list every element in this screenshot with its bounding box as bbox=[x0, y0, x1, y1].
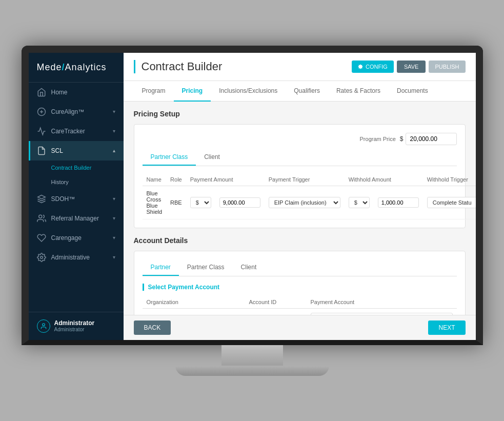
chevron-down-icon: ▾ bbox=[113, 196, 115, 202]
payment-trigger-select[interactable]: EIP Claim (inclusion) bbox=[269, 197, 340, 208]
payment-account-row: Atlanta Health Management - Select Payme… bbox=[143, 308, 457, 315]
save-button[interactable]: SAVE bbox=[397, 61, 426, 73]
sidebar-item-referral[interactable]: Referral Manager ▾ bbox=[29, 209, 124, 228]
top-tabs: Program Pricing Inclusions/Exclusions Qu… bbox=[124, 81, 476, 102]
file-icon bbox=[37, 146, 46, 155]
sidebar-sub-item-contract-builder[interactable]: Contract Builder bbox=[29, 161, 124, 175]
svg-point-5 bbox=[40, 256, 43, 258]
tab-inclusions[interactable]: Inclusions/Exclusions bbox=[211, 81, 286, 102]
tab-rates[interactable]: Rates & Factors bbox=[328, 81, 389, 102]
svg-point-4 bbox=[38, 215, 42, 218]
monitor-stand-base bbox=[175, 366, 329, 376]
avatar bbox=[37, 319, 50, 333]
chevron-down-icon: ▾ bbox=[113, 109, 115, 114]
payment-col-account: Payment Account bbox=[307, 296, 457, 309]
sidebar-item-admin[interactable]: Administrative ▾ bbox=[29, 248, 124, 267]
tab-pricing[interactable]: Pricing bbox=[174, 81, 211, 102]
sidebar-item-label: SCL bbox=[51, 147, 63, 154]
col-payment-amount: Payment Amount bbox=[186, 173, 265, 186]
payment-org-cell: Atlanta Health Management bbox=[143, 308, 245, 315]
sidebar-item-curealign[interactable]: CureAlign™ ▾ bbox=[29, 102, 124, 122]
tab-documents[interactable]: Documents bbox=[389, 81, 436, 102]
account-details-title: Account Details bbox=[134, 236, 466, 245]
cell-payment-trigger: EIP Claim (inclusion) bbox=[265, 186, 345, 219]
svg-marker-3 bbox=[37, 195, 45, 199]
user-info: Administrator Administrator bbox=[54, 319, 95, 332]
payment-id-cell: - bbox=[245, 308, 307, 315]
header-actions: CONFIG SAVE PUBLISH bbox=[352, 61, 465, 73]
back-button[interactable]: BACK bbox=[134, 320, 171, 335]
withhold-trigger-select[interactable]: Complete Status bbox=[427, 197, 476, 208]
sidebar-sub-item-history[interactable]: History bbox=[29, 175, 124, 189]
sidebar-item-label: Administrative bbox=[51, 254, 90, 261]
content-footer: BACK NEXT bbox=[124, 315, 476, 340]
col-role: Role bbox=[166, 173, 186, 186]
program-price-group: $ bbox=[400, 133, 457, 145]
tab-qualifiers[interactable]: Qualifiers bbox=[286, 81, 328, 102]
sidebar-item-home[interactable]: Home bbox=[29, 83, 124, 102]
users-icon bbox=[37, 214, 46, 223]
chevron-down-icon: ▾ bbox=[113, 128, 115, 134]
layers-icon bbox=[37, 194, 46, 204]
sidebar-footer: Administrator Administrator bbox=[29, 312, 124, 340]
tab-program[interactable]: Program bbox=[134, 81, 174, 102]
pricing-table-row: Blue Cross Blue Shield RBE $ bbox=[143, 186, 476, 219]
cell-withhold-currency: $ bbox=[345, 186, 374, 219]
col-payment-trigger: Payment Trigger bbox=[265, 173, 345, 186]
heart-icon bbox=[37, 233, 46, 243]
chevron-up-icon: ▴ bbox=[113, 148, 115, 153]
payment-account-cell: Select Payment Account bbox=[307, 308, 457, 315]
account-tab-client[interactable]: Client bbox=[233, 259, 265, 276]
account-tab-partner[interactable]: Partner bbox=[143, 259, 179, 276]
payment-currency-select[interactable]: $ bbox=[190, 197, 211, 208]
chevron-down-icon: ▾ bbox=[113, 215, 115, 221]
col-name: Name bbox=[143, 173, 167, 186]
sidebar-item-caretracker[interactable]: CareTracker ▾ bbox=[29, 122, 124, 141]
withhold-amount-input[interactable] bbox=[378, 197, 419, 208]
publish-button[interactable]: PUBLISH bbox=[429, 61, 465, 73]
logo: Mede/Analytics bbox=[29, 53, 124, 83]
pricing-setup-card: Program Price $ Partner Class bbox=[134, 124, 466, 228]
account-details-card: Partner Partner Class Client Select Paym… bbox=[134, 251, 466, 315]
program-price-label: Program Price bbox=[360, 136, 396, 142]
payment-col-id: Account ID bbox=[245, 296, 307, 309]
next-button[interactable]: NEXT bbox=[428, 320, 465, 335]
main-content: Contract Builder CONFIG SAVE PUBLISH bbox=[124, 53, 476, 340]
cell-payment-amount bbox=[215, 186, 265, 219]
section-divider bbox=[29, 141, 30, 161]
sidebar: Mede/Analytics Home bbox=[29, 53, 124, 340]
col-withhold-trigger: Withhold Trigger bbox=[423, 173, 476, 186]
pricing-setup-title: Pricing Setup bbox=[134, 110, 466, 118]
account-inner-tabs: Partner Partner Class Client bbox=[143, 259, 457, 276]
sidebar-item-scl[interactable]: SCL ▴ bbox=[29, 141, 124, 161]
pricing-table: Name Role Payment Amount Payment Trigger… bbox=[143, 173, 476, 219]
withhold-currency-select[interactable]: $ bbox=[349, 197, 370, 208]
logo-text: Mede/Analytics bbox=[37, 62, 107, 73]
sidebar-item-label: CureAlign™ bbox=[51, 108, 85, 115]
config-icon bbox=[358, 64, 363, 69]
cell-withhold-amount bbox=[374, 186, 423, 219]
payment-account-table: Organization Account ID Payment Account … bbox=[143, 296, 457, 315]
payment-amount-input[interactable] bbox=[219, 197, 260, 208]
sidebar-item-label: CareTracker bbox=[51, 128, 85, 135]
pricing-inner-tabs: Partner Class Client bbox=[143, 149, 457, 166]
cell-name: Blue Cross Blue Shield bbox=[143, 186, 167, 219]
payment-col-org: Organization bbox=[143, 296, 245, 309]
monitor-stand-neck bbox=[221, 345, 283, 366]
program-price-input[interactable] bbox=[406, 133, 457, 145]
inner-tab-client[interactable]: Client bbox=[196, 149, 228, 166]
chevron-down-icon: ▾ bbox=[113, 235, 115, 240]
price-currency: $ bbox=[400, 135, 404, 143]
config-button[interactable]: CONFIG bbox=[352, 61, 394, 73]
home-icon bbox=[37, 88, 46, 97]
activity-icon bbox=[37, 127, 46, 136]
content-area: Pricing Setup Program Price $ bbox=[124, 102, 476, 315]
sidebar-item-label: Carengage bbox=[51, 234, 82, 242]
inner-tab-partner-class[interactable]: Partner Class bbox=[143, 149, 196, 166]
sidebar-item-sdoh[interactable]: SDOH™ ▾ bbox=[29, 189, 124, 209]
payment-section-label: Select Payment Account bbox=[143, 284, 457, 291]
sidebar-item-label: SDOH™ bbox=[51, 195, 75, 203]
account-tab-partner-class[interactable]: Partner Class bbox=[179, 259, 233, 276]
sidebar-item-carengage[interactable]: Carengage ▾ bbox=[29, 228, 124, 248]
plus-circle-icon bbox=[37, 107, 46, 116]
